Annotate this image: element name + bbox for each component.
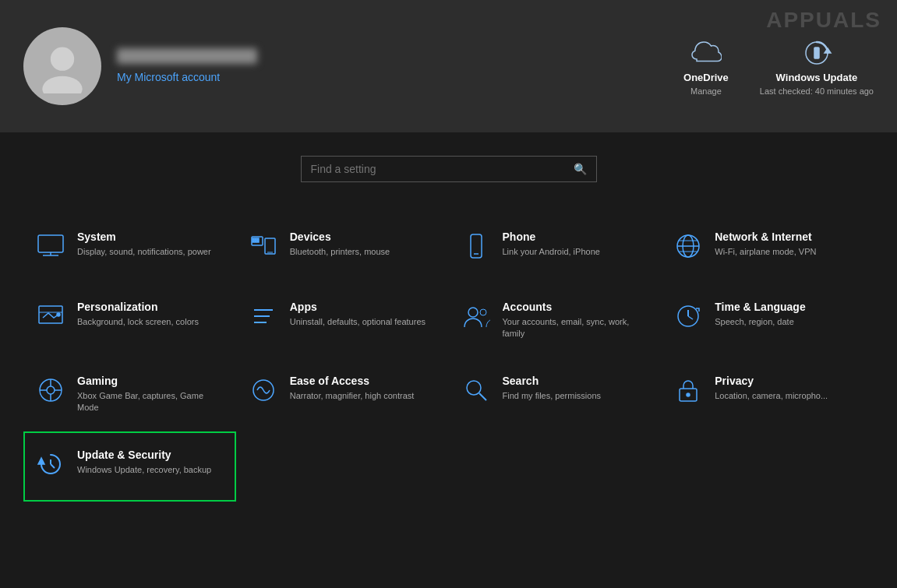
personalization-icon — [37, 302, 65, 336]
network-text: Network & Internet Wi-Fi, airplane mode,… — [715, 231, 816, 258]
devices-title: Devices — [290, 231, 390, 243]
apps-description: Uninstall, defaults, optional features — [290, 316, 426, 328]
svg-rect-15 — [265, 238, 275, 254]
svg-point-26 — [57, 313, 60, 316]
windows-update-title: Windows Update — [776, 72, 858, 83]
svg-point-31 — [480, 309, 486, 315]
update-title: Update & Security — [77, 449, 211, 461]
accounts-icon — [462, 302, 490, 336]
network-title: Network & Internet — [715, 231, 816, 243]
svg-line-48 — [51, 464, 55, 468]
search-icon: 🔍 — [574, 163, 587, 175]
onedrive-subtitle: Manage — [690, 86, 722, 96]
search-box[interactable]: 🔍 — [301, 156, 597, 182]
gaming-title: Gaming — [77, 375, 223, 387]
setting-item-system[interactable]: System Display, sound, notifications, po… — [23, 213, 236, 283]
privacy-icon — [674, 376, 702, 410]
privacy-text: Privacy Location, camera, micropho... — [715, 375, 828, 402]
apps-text: Apps Uninstall, defaults, optional featu… — [290, 301, 426, 328]
header: My Microsoft account OneDrive Manage Win… — [0, 0, 897, 132]
ease-description: Narrator, magnifier, high contrast — [290, 390, 415, 402]
onedrive-widget[interactable]: OneDrive Manage — [683, 37, 729, 96]
setting-item-apps[interactable]: Apps Uninstall, defaults, optional featu… — [236, 283, 449, 357]
personalization-description: Background, lock screen, colors — [77, 316, 199, 328]
windows-update-widget[interactable]: Windows Update Last checked: 40 minutes … — [760, 37, 874, 96]
accounts-text: Accounts Your accounts, email, sync, wor… — [503, 301, 648, 340]
search-icon — [462, 376, 490, 410]
setting-item-gaming[interactable]: Gaming Xbox Game Bar, captures, Game Mod… — [23, 357, 236, 431]
user-info: My Microsoft account — [117, 48, 257, 84]
phone-text: Phone Link your Android, iPhone — [503, 231, 600, 258]
apps-icon — [249, 302, 277, 336]
svg-rect-4 — [814, 48, 819, 58]
accounts-title: Accounts — [503, 301, 648, 313]
search-title: Search — [503, 375, 602, 387]
system-title: System — [77, 231, 211, 243]
svg-point-45 — [687, 393, 690, 396]
microsoft-account-link[interactable]: My Microsoft account — [117, 71, 220, 83]
phone-title: Phone — [503, 231, 600, 243]
update-icon — [37, 450, 65, 484]
setting-item-devices[interactable]: Devices Bluetooth, printers, mouse — [236, 213, 449, 283]
network-icon — [674, 232, 702, 266]
setting-item-update[interactable]: Update & Security Windows Update, recove… — [23, 431, 236, 502]
svg-point-42 — [467, 381, 481, 395]
gaming-icon — [37, 376, 65, 410]
setting-item-time[interactable]: Time & Language Speech, region, date — [661, 283, 874, 357]
time-text: Time & Language Speech, region, date — [715, 301, 805, 328]
devices-text: Devices Bluetooth, printers, mouse — [290, 231, 390, 258]
svg-marker-46 — [38, 458, 44, 464]
svg-point-30 — [468, 308, 478, 317]
personalization-text: Personalization Background, lock screen,… — [77, 301, 199, 328]
time-description: Speech, region, date — [715, 316, 805, 328]
privacy-title: Privacy — [715, 375, 828, 387]
settings-grid: System Display, sound, notifications, po… — [0, 198, 897, 517]
setting-item-privacy[interactable]: Privacy Location, camera, micropho... — [661, 357, 874, 431]
ease-title: Ease of Access — [290, 375, 415, 387]
watermark: APPUALS — [766, 8, 881, 33]
svg-rect-9 — [253, 238, 254, 240]
network-description: Wi-Fi, airplane mode, VPN — [715, 246, 816, 258]
setting-item-accounts[interactable]: Accounts Your accounts, email, sync, wor… — [449, 283, 662, 357]
time-title: Time & Language — [715, 301, 805, 313]
setting-item-network[interactable]: Network & Internet Wi-Fi, airplane mode,… — [661, 213, 874, 283]
search-text: Search Find my files, permissions — [503, 375, 602, 402]
svg-point-1 — [42, 76, 82, 93]
windows-update-subtitle: Last checked: 40 minutes ago — [760, 86, 874, 96]
search-area: 🔍 — [0, 132, 897, 198]
svg-marker-3 — [825, 48, 831, 53]
ease-text: Ease of Access Narrator, magnifier, high… — [290, 375, 415, 402]
system-text: System Display, sound, notifications, po… — [77, 231, 211, 258]
svg-rect-10 — [255, 238, 256, 240]
system-description: Display, sound, notifications, power — [77, 246, 211, 258]
svg-point-0 — [51, 48, 74, 71]
avatar — [23, 27, 101, 105]
setting-item-phone[interactable]: Phone Link your Android, iPhone — [449, 213, 662, 283]
header-widgets: OneDrive Manage Windows Update Last chec… — [683, 37, 874, 96]
phone-description: Link your Android, iPhone — [503, 246, 600, 258]
system-icon — [37, 232, 65, 266]
gaming-text: Gaming Xbox Game Bar, captures, Game Mod… — [77, 375, 223, 414]
svg-rect-12 — [255, 241, 256, 242]
update-description: Windows Update, recovery, backup — [77, 464, 211, 476]
search-input[interactable] — [311, 163, 574, 175]
ease-icon — [249, 376, 277, 410]
svg-line-34 — [688, 316, 693, 319]
setting-item-ease[interactable]: Ease of Access Narrator, magnifier, high… — [236, 357, 449, 431]
privacy-description: Location, camera, micropho... — [715, 390, 828, 402]
svg-point-36 — [47, 386, 55, 394]
phone-icon — [462, 232, 490, 266]
setting-item-search[interactable]: Search Find my files, permissions — [449, 357, 662, 431]
svg-rect-5 — [38, 235, 63, 252]
svg-rect-11 — [253, 241, 254, 242]
time-icon — [674, 302, 702, 336]
username-blurred — [117, 48, 257, 64]
apps-title: Apps — [290, 301, 426, 313]
onedrive-title: OneDrive — [683, 72, 729, 83]
devices-description: Bluetooth, printers, mouse — [290, 246, 390, 258]
personalization-title: Personalization — [77, 301, 199, 313]
search-description: Find my files, permissions — [503, 390, 602, 402]
setting-item-personalization[interactable]: Personalization Background, lock screen,… — [23, 283, 236, 357]
svg-rect-13 — [257, 238, 259, 240]
accounts-description: Your accounts, email, sync, work, family — [503, 316, 648, 340]
